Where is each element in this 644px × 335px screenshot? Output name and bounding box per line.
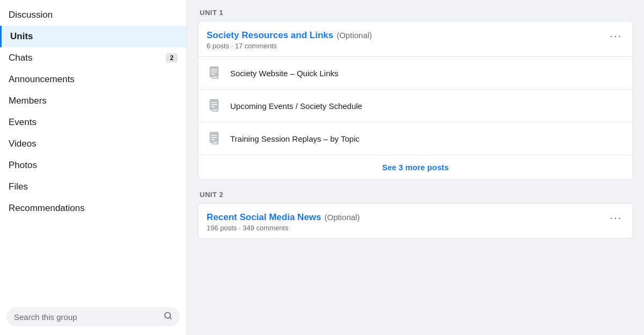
sidebar-item-label: Units (10, 31, 33, 42)
unit-card-title-wrap: Recent Social Media News(Optional)196 po… (207, 212, 360, 232)
sidebar-item-photos[interactable]: Photos (0, 155, 186, 176)
sidebar-item-label: Announcements (9, 74, 75, 85)
post-title: Society Website – Quick Links (230, 69, 338, 78)
sidebar-item-videos[interactable]: Videos (0, 133, 186, 155)
sidebar-item-events[interactable]: Events (0, 112, 186, 133)
unit-card: Recent Social Media News(Optional)196 po… (197, 203, 633, 239)
sidebar-item-label: Discussion (9, 10, 53, 20)
sidebar-item-label: Events (9, 117, 36, 128)
unit-section-unit2: UNIT 2Recent Social Media News(Optional)… (197, 191, 633, 239)
unit-card-title[interactable]: Society Resources and Links(Optional) (207, 30, 372, 41)
sidebar-item-label: Members (9, 96, 47, 106)
unit-optional-label: (Optional) (336, 31, 372, 40)
post-document-icon (207, 130, 224, 147)
post-title: Upcoming Events / Society Schedule (230, 101, 362, 111)
unit-more-button[interactable]: ··· (608, 212, 624, 223)
unit-card-header: Society Resources and Links(Optional)6 p… (198, 21, 633, 56)
sidebar: DiscussionUnitsChats2AnnouncementsMember… (0, 0, 187, 335)
search-icon (164, 311, 172, 322)
unit-card-title-wrap: Society Resources and Links(Optional)6 p… (207, 30, 372, 50)
unit-card-meta: 6 posts · 17 comments (207, 42, 372, 50)
sidebar-badge: 2 (166, 53, 178, 63)
sidebar-item-announcements[interactable]: Announcements (0, 69, 186, 90)
unit-title-text: Recent Social Media News (207, 212, 321, 222)
sidebar-item-label: Photos (9, 160, 37, 171)
unit-card: Society Resources and Links(Optional)6 p… (197, 21, 633, 180)
search-box[interactable] (6, 307, 180, 326)
unit-card-meta: 196 posts · 349 comments (207, 224, 360, 232)
sidebar-item-label: Chats (9, 53, 32, 63)
unit-more-button[interactable]: ··· (608, 30, 624, 41)
post-item[interactable]: Upcoming Events / Society Schedule (198, 89, 633, 122)
sidebar-item-files[interactable]: Files (0, 176, 186, 198)
sidebar-item-label: Files (9, 181, 28, 192)
post-item[interactable]: Society Website – Quick Links (198, 56, 633, 89)
unit-label: UNIT 1 (197, 9, 633, 17)
sidebar-item-chats[interactable]: Chats2 (0, 47, 186, 69)
unit-card-title[interactable]: Recent Social Media News(Optional) (207, 212, 360, 223)
sidebar-item-members[interactable]: Members (0, 90, 186, 112)
unit-card-header: Recent Social Media News(Optional)196 po… (198, 203, 633, 238)
sidebar-item-units[interactable]: Units (0, 26, 186, 47)
sidebar-item-recommendations[interactable]: Recommendations (0, 198, 186, 219)
sidebar-item-label: Videos (9, 139, 36, 149)
svg-line-1 (170, 317, 171, 319)
post-document-icon (207, 64, 224, 82)
main-content: UNIT 1Society Resources and Links(Option… (187, 0, 644, 335)
post-document-icon (207, 97, 224, 114)
unit-title-text: Society Resources and Links (207, 30, 333, 40)
unit-label: UNIT 2 (197, 191, 633, 199)
search-input[interactable] (14, 312, 159, 322)
sidebar-item-discussion[interactable]: Discussion (0, 4, 186, 26)
post-title: Training Session Replays – by Topic (230, 134, 360, 143)
post-item[interactable]: Training Session Replays – by Topic (198, 122, 633, 155)
see-more-posts-button[interactable]: See 3 more posts (198, 155, 633, 179)
unit-optional-label: (Optional) (325, 213, 360, 222)
unit-section-unit1: UNIT 1Society Resources and Links(Option… (197, 9, 633, 180)
sidebar-nav: DiscussionUnitsChats2AnnouncementsMember… (0, 4, 186, 303)
sidebar-item-label: Recommendations (9, 203, 85, 214)
